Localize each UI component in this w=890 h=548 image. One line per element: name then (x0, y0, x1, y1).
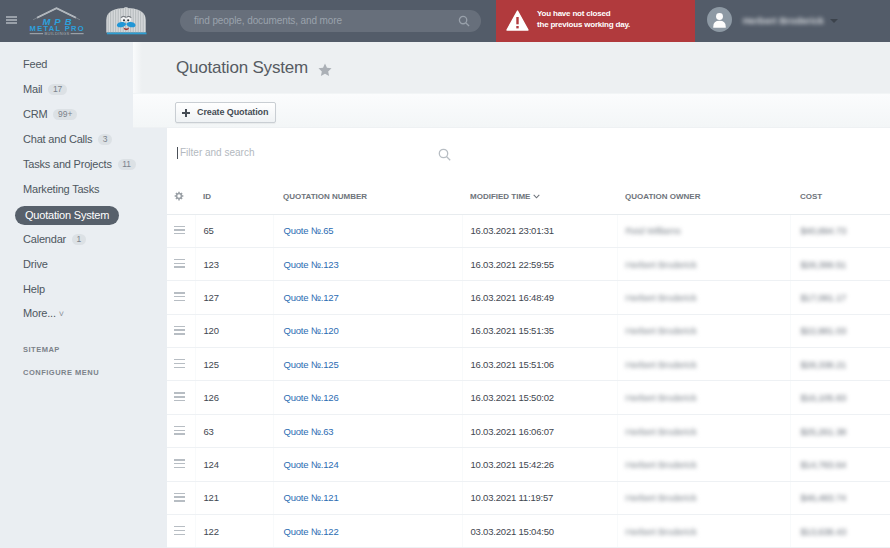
svg-text:BUILDINGS: BUILDINGS (45, 31, 70, 36)
